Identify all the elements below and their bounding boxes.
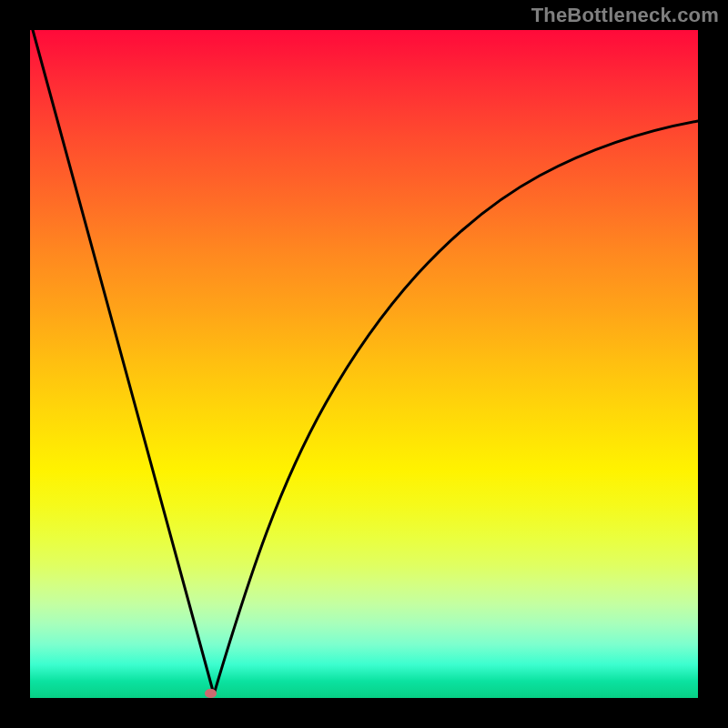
curve-left-segment xyxy=(33,30,214,694)
curve-right-segment xyxy=(214,121,698,694)
bottleneck-curve xyxy=(30,30,698,698)
watermark-text: TheBottleneck.com xyxy=(531,4,719,27)
optimal-point-marker xyxy=(205,689,217,698)
